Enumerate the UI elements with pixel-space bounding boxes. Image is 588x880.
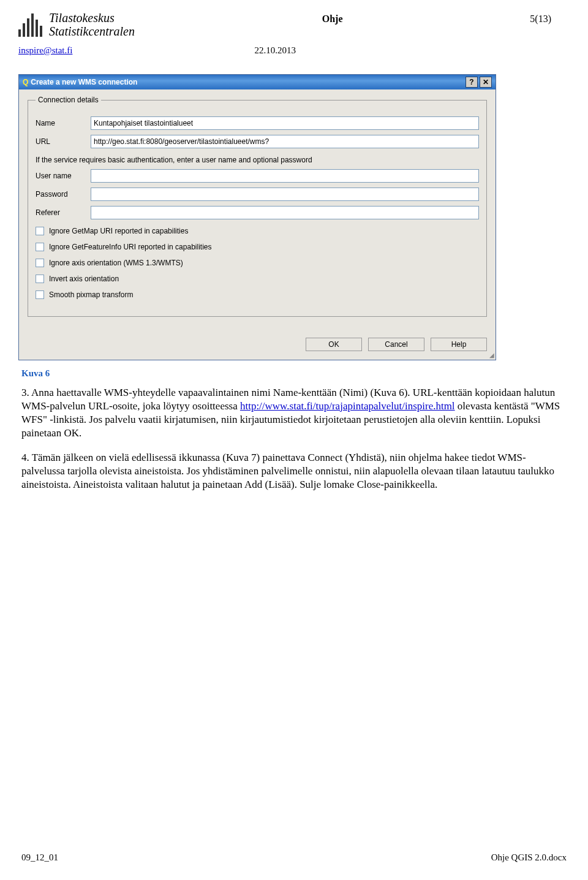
header-date: 22.10.2013 <box>254 45 296 56</box>
header-email-link[interactable]: inspire@stat.fi <box>18 45 72 56</box>
checkbox-ignore-getfeatureinfo[interactable] <box>36 243 44 251</box>
help-button[interactable]: ? <box>466 77 478 88</box>
logo-text-1: Tilastokeskus <box>49 11 135 25</box>
password-label: Password <box>36 190 91 199</box>
url-input[interactable] <box>91 135 479 148</box>
logo-text-2: Statistikcentralen <box>49 25 135 38</box>
name-label: Name <box>36 119 91 127</box>
name-input[interactable] <box>91 116 479 130</box>
checkbox-ignore-getmap[interactable] <box>36 227 44 235</box>
close-icon[interactable]: ✕ <box>480 77 492 88</box>
page-title: Ohje <box>135 11 530 25</box>
page-number: 5(13) <box>530 11 551 25</box>
paragraph-1: 3. Anna haettavalle WMS-yhteydelle vapaa… <box>21 386 567 440</box>
username-label: User name <box>36 172 91 180</box>
cancel-button[interactable]: Cancel <box>368 338 424 351</box>
username-input[interactable] <box>91 169 479 183</box>
dialog-title: Create a new WMS connection <box>31 78 137 86</box>
resize-grip-icon[interactable]: ◢ <box>489 352 494 358</box>
checkbox-label: Invert axis orientation <box>49 275 119 283</box>
checkbox-invert-axis[interactable] <box>36 275 44 283</box>
password-input[interactable] <box>91 188 479 201</box>
paragraph-2: 4. Tämän jälkeen on vielä edellisessä ik… <box>21 451 567 491</box>
auth-note: If the service requires basic authentica… <box>36 156 479 164</box>
checkbox-label: Smooth pixmap transform <box>49 290 133 299</box>
logo-bars-icon <box>18 12 43 37</box>
footer-left: 09_12_01 <box>21 852 58 863</box>
checkbox-ignore-axis[interactable] <box>36 259 44 267</box>
checkbox-smooth-pixmap[interactable] <box>36 290 44 299</box>
url-label: URL <box>36 137 91 146</box>
footer-right: Ohje QGIS 2.0.docx <box>491 852 567 863</box>
app-icon: Q <box>23 78 28 86</box>
help-button[interactable]: Help <box>431 338 487 351</box>
referer-label: Referer <box>36 208 91 217</box>
fieldset-legend: Connection details <box>36 96 101 104</box>
ok-button[interactable]: OK <box>306 338 362 351</box>
checkbox-label: Ignore GetFeatureInfo URI reported in ca… <box>49 243 211 251</box>
referer-input[interactable] <box>91 206 479 219</box>
logo: Tilastokeskus Statistikcentralen <box>18 11 135 38</box>
checkbox-label: Ignore axis orientation (WMS 1.3/WMTS) <box>49 259 183 267</box>
inspire-link[interactable]: http://www.stat.fi/tup/rajapintapalvelut… <box>240 400 455 412</box>
wms-connection-dialog: Q Create a new WMS connection ? ✕ Connec… <box>18 74 496 360</box>
checkbox-label: Ignore GetMap URI reported in capabiliti… <box>49 227 188 235</box>
figure-caption: Kuva 6 <box>21 368 567 380</box>
